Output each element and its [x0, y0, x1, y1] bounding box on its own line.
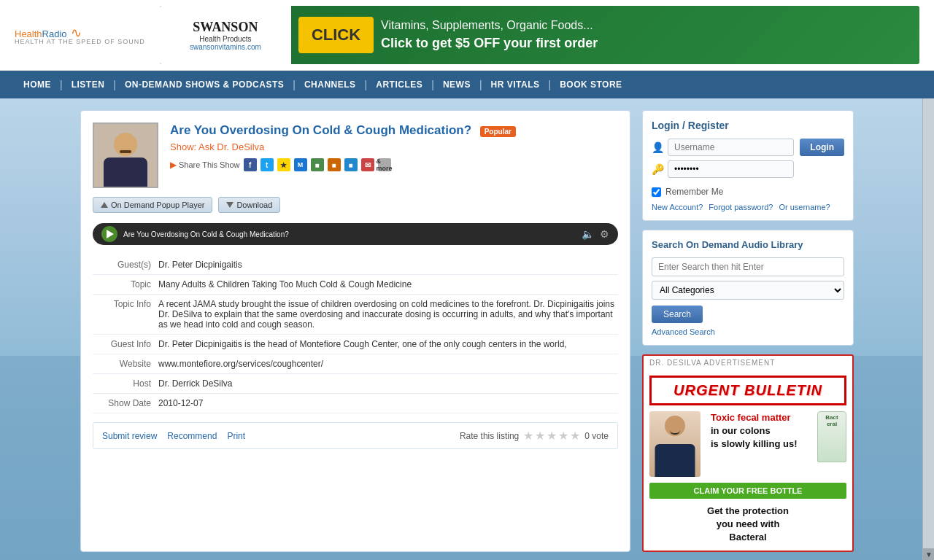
advanced-search-link[interactable]: Advanced Search [652, 327, 844, 336]
nav-listen[interactable]: LISTEN [63, 71, 114, 98]
star-2[interactable]: ★ [535, 429, 545, 443]
username-input[interactable] [668, 139, 794, 156]
ad-copy2: in our colons [711, 425, 771, 436]
nav-channels[interactable]: CHANNELS [296, 71, 365, 98]
rating-stars: Rate this listing ★ ★ ★ ★ ★ 0 vote [460, 429, 609, 443]
swanson-brand: SWANSON [193, 20, 258, 35]
ad-body: Toxic fecal matter in our colons is slow… [649, 411, 846, 477]
forgot-password-link[interactable]: Forgot password? [709, 203, 773, 211]
user-icon: 👤 [652, 141, 663, 153]
login-button[interactable]: Login [800, 139, 844, 156]
category-select[interactable]: All Categories [652, 281, 844, 300]
website-value[interactable]: www.montefiore.org/services/coughcenter/ [158, 354, 618, 374]
guests-row: Guest(s) Dr. Peter Dicpinigaitis [93, 255, 618, 275]
guests-label: Guest(s) [93, 255, 158, 275]
show-title-area: Are You Overdosing On Cold & Cough Medic… [170, 122, 618, 188]
ad-box: DR. DESILVA ADVERTISEMENT URGENT BULLETI… [642, 354, 854, 552]
content-area: Are You Overdosing On Cold & Cough Medic… [66, 98, 868, 560]
search-input[interactable] [652, 257, 844, 276]
header: HealthRadio ∿ HEALTH AT THE SPEED OF SOU… [0, 0, 934, 71]
play-icon [107, 230, 114, 238]
star-3[interactable]: ★ [547, 429, 557, 443]
ad-bottom: Get the protection you need with Bactera… [649, 505, 846, 545]
volume-icon[interactable]: 🔈 [582, 228, 594, 240]
bookmarks-share-icon[interactable]: ■ [311, 158, 324, 171]
print-link[interactable]: Print [227, 431, 245, 441]
ad-content[interactable]: URGENT BULLETIN Toxic fecal matter in ou… [644, 370, 852, 551]
search-button[interactable]: Search [652, 306, 703, 323]
username-field: 👤 [652, 139, 794, 156]
facebook-share-icon[interactable]: f [244, 158, 257, 171]
audio-title: Are You Overdosing On Cold & Cough Medic… [123, 230, 576, 238]
share-label: ▶ Share This Show [170, 160, 240, 170]
login-links: New Account? Forgot password? Or usernam… [652, 203, 844, 211]
star-4[interactable]: ★ [558, 429, 568, 443]
nav-home[interactable]: HOME [15, 71, 60, 98]
nav-bar: HOME | LISTEN | ON-DEMAND SHOWS & PODCAS… [0, 71, 934, 98]
settings-icon[interactable]: ⚙ [600, 228, 609, 240]
favorites-share-icon[interactable]: ★ [277, 158, 290, 171]
submit-review-link[interactable]: Submit review [102, 431, 157, 441]
audio-player-row: Are You Overdosing On Cold & Cough Medic… [93, 220, 618, 248]
remember-checkbox[interactable] [652, 187, 661, 197]
email-share-icon[interactable]: ✉ [361, 158, 374, 171]
password-field: 🔑 [652, 160, 794, 178]
popular-badge: Popular [480, 126, 516, 137]
search-box: Search On Demand Audio Library All Categ… [642, 230, 854, 346]
guest-info-row: Guest Info Dr. Peter Dicpinigaitis is th… [93, 335, 618, 354]
password-input[interactable] [668, 160, 794, 178]
banner-text: Vitamins, Supplements, Organic Foods... … [381, 18, 598, 52]
reddit-share-icon[interactable]: ■ [328, 158, 341, 171]
ondemand-button[interactable]: On Demand Popup Player [93, 197, 212, 213]
star-5[interactable]: ★ [570, 429, 580, 443]
main-content: Are You Overdosing On Cold & Cough Medic… [80, 110, 630, 552]
banner-click[interactable]: CLICK [298, 17, 374, 53]
player-row: On Demand Popup Player Download [93, 197, 618, 213]
ad-copy-area: Toxic fecal matter in our colons is slow… [711, 411, 810, 451]
ad-label: DR. DESILVA ADVERTISEMENT [644, 356, 852, 370]
ad-copy3: is slowly killing us! [711, 438, 797, 449]
delicious-share-icon[interactable]: ■ [344, 158, 358, 171]
swanson-url: swansonvitamins.com [190, 43, 261, 51]
topic-info-value: A recent JAMA study brought the issue of… [158, 295, 618, 335]
login-fields: 👤 🔑 [652, 139, 794, 182]
ad-bottom3: Bacteral [729, 532, 766, 542]
host-row: Host Dr. Derrick DeSilva [93, 374, 618, 394]
date-row: Show Date 2010-12-07 [93, 394, 618, 413]
ad-copy: Toxic fecal matter in our colons is slow… [711, 411, 810, 451]
play-button[interactable] [101, 226, 117, 242]
login-form-row: 👤 🔑 Login [652, 139, 844, 182]
guest-info-value: Dr. Peter Dicpinigaitis is the head of M… [158, 335, 618, 354]
nav-news[interactable]: NEWS [434, 71, 479, 98]
remember-row: Remember Me [652, 187, 844, 197]
claim-button[interactable]: CLAIM YOUR FREE BOTTLE [649, 483, 846, 499]
triangle-up-icon [101, 202, 108, 208]
urgent-bulletin: URGENT BULLETIN [649, 376, 846, 405]
or-username-link[interactable]: Or username? [779, 203, 830, 211]
topic-value: Many Adults & Children Taking Too Much C… [158, 275, 618, 295]
date-label: Show Date [93, 394, 158, 413]
download-button[interactable]: Download [218, 197, 280, 213]
star-1[interactable]: ★ [523, 429, 533, 443]
nav-articles[interactable]: ARTICLES [367, 71, 431, 98]
myspace-share-icon[interactable]: M [294, 158, 307, 171]
rating-actions: Submit review Recommend Print [102, 431, 245, 441]
key-icon: 🔑 [652, 163, 663, 175]
share-row: ▶ Share This Show f t ★ M ■ ■ ■ ✉ & more [170, 158, 618, 171]
star-rating[interactable]: ★ ★ ★ ★ ★ [523, 429, 580, 443]
website-row: Website www.montefiore.org/services/coug… [93, 354, 618, 374]
twitter-share-icon[interactable]: t [260, 158, 274, 171]
ad-bottom1: Get the protection [707, 505, 789, 516]
show-subtitle[interactable]: Show: Ask Dr. DeSilva [170, 141, 618, 152]
date-value: 2010-12-07 [158, 394, 618, 413]
guest-photo [93, 122, 158, 188]
banner-ad[interactable]: SWANSON Health Products swansonvitamins.… [160, 6, 919, 64]
audio-player[interactable]: Are You Overdosing On Cold & Cough Medic… [93, 223, 618, 245]
guest-info-label: Guest Info [93, 335, 158, 354]
more-share-icon[interactable]: & more [378, 158, 391, 171]
recommend-link[interactable]: Recommend [167, 431, 217, 441]
nav-hrvitals[interactable]: HR VITALS [482, 71, 549, 98]
nav-bookstore[interactable]: BOOK STORE [551, 71, 630, 98]
nav-ondemand[interactable]: ON-DEMAND SHOWS & PODCASTS [116, 71, 293, 98]
new-account-link[interactable]: New Account? [652, 203, 703, 211]
